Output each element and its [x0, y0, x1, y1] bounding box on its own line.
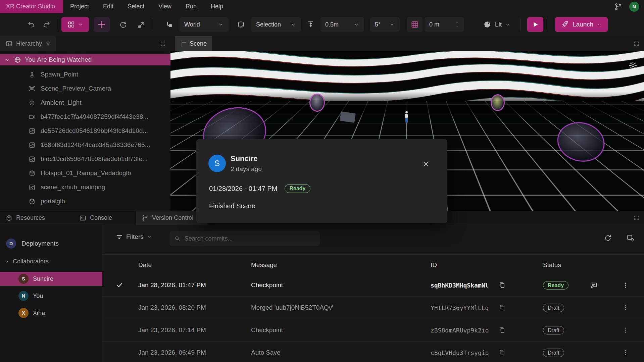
grid-icon — [410, 20, 419, 29]
portal-object-small[interactable] — [309, 94, 325, 112]
copy-icon[interactable] — [498, 281, 506, 289]
move-snap-value: 0.5m — [325, 21, 339, 28]
cube-icon — [28, 169, 36, 177]
commit-date: Jan 23, 2026, 08:20 PM — [138, 304, 206, 311]
current-check-icon — [116, 281, 123, 289]
expand-icon — [634, 41, 639, 47]
world-space-dropdown[interactable]: World — [180, 17, 229, 32]
menu-view[interactable]: View — [151, 0, 179, 13]
console-tab-label: Console — [90, 214, 112, 221]
comment-icon[interactable] — [590, 281, 598, 289]
commit-row[interactable]: Jan 23, 2026, 07:14 PM Checkpoint zBS8dm… — [102, 319, 644, 342]
grid-toggle-button[interactable] — [407, 17, 423, 32]
viewport-gear-icon[interactable] — [628, 61, 638, 70]
hierarchy-item[interactable]: bfdc19cd6596470c98fee3eb1df73fe... — [0, 152, 170, 166]
close-icon[interactable] — [45, 41, 51, 46]
copy-icon[interactable] — [498, 304, 506, 311]
commit-settings-icon[interactable] — [626, 234, 635, 242]
item-label: bfdc19cd6596470c98fee3eb1df73fe... — [41, 155, 148, 163]
hierarchy-item[interactable]: Spawn_Point — [0, 67, 170, 82]
redo-button[interactable] — [39, 17, 54, 32]
collaborator-name: Xiha — [33, 310, 45, 317]
search-commits-box[interactable] — [169, 231, 320, 246]
column-id: ID — [431, 261, 437, 269]
viewport-expand-button[interactable] — [634, 36, 644, 51]
tab-hierarchy[interactable]: Hierarchy — [0, 36, 56, 51]
expand-icon — [634, 215, 639, 221]
hierarchy-item[interactable]: portalglb — [0, 194, 170, 208]
status-badge: Draft — [543, 349, 564, 357]
commit-row[interactable]: Jan 23, 2026, 06:49 PM Auto Save cBqLVHd… — [102, 342, 644, 362]
launch-button[interactable]: Launch — [555, 17, 608, 32]
undo-button[interactable] — [23, 17, 39, 32]
menu-edit[interactable]: Edit — [96, 0, 120, 13]
layout-grid-button[interactable] — [61, 17, 89, 32]
menu-select[interactable]: Select — [120, 0, 151, 13]
shading-dropdown[interactable]: Lit — [480, 17, 513, 32]
hierarchy-item[interactable]: de55726dcd0546189bbf43fc84d10d... — [0, 124, 170, 138]
play-button[interactable] — [527, 17, 543, 32]
close-icon[interactable] — [422, 160, 430, 168]
hierarchy-item[interactable]: Ambient_Light — [0, 96, 170, 110]
move-snap-dropdown[interactable]: 0.5m — [320, 17, 364, 32]
kebab-menu-icon[interactable] — [622, 304, 629, 311]
tab-resources[interactable]: Resources — [0, 211, 50, 225]
status-badge: Draft — [543, 304, 564, 312]
hierarchy-item[interactable]: scene_xrhub_mainpng — [0, 180, 170, 194]
portal-object-small[interactable] — [491, 94, 505, 111]
collaborator-xiha[interactable]: X Xiha — [0, 306, 102, 320]
chevron-down-icon — [597, 22, 602, 27]
deployments-item[interactable]: D Deployments — [6, 239, 59, 249]
menu-project[interactable]: Project — [63, 0, 96, 13]
rounded-square-icon — [237, 20, 245, 29]
pivot-button[interactable] — [233, 17, 249, 32]
version-control-icon[interactable] — [614, 2, 623, 11]
collaborators-header[interactable]: Collaborators — [4, 258, 49, 265]
hierarchy-expand-button[interactable] — [160, 36, 170, 51]
hierarchy-item[interactable]: Hotspot_01_Rampa_Vedadoglb — [0, 166, 170, 180]
chevron-down-icon — [5, 57, 10, 63]
commit-datetime: 01/28/2026 - 01:47 PM — [209, 185, 277, 193]
kebab-menu-icon[interactable] — [622, 349, 629, 356]
scene-avatar-figure[interactable] — [405, 111, 408, 123]
scene-icon — [180, 41, 186, 47]
item-label: portalglb — [41, 198, 65, 205]
globe-icon — [14, 56, 21, 64]
collaborator-you[interactable]: N You — [0, 289, 102, 303]
stepper-arrows[interactable] — [455, 21, 459, 28]
kebab-menu-icon[interactable] — [622, 326, 629, 334]
selection-dropdown[interactable]: Selection — [251, 17, 301, 32]
hierarchy-item[interactable]: b477fee1c7fa494087259df4f443e38... — [0, 110, 170, 124]
vertical-snap-button[interactable] — [303, 17, 318, 32]
move-tool-button[interactable] — [94, 17, 110, 32]
tab-console[interactable]: Console — [74, 211, 117, 225]
menu-help[interactable]: Help — [204, 0, 230, 13]
copy-icon[interactable] — [498, 326, 506, 334]
floating-card-object[interactable] — [340, 111, 355, 123]
rotate-snap-dropdown[interactable]: 5° — [370, 17, 400, 32]
rotate-tool-button[interactable] — [115, 17, 131, 32]
scale-tool-button[interactable] — [134, 17, 149, 32]
filters-dropdown[interactable]: Filters — [116, 233, 152, 241]
hierarchy-item[interactable]: Scene_Preview_Camera — [0, 82, 170, 96]
refresh-icon[interactable] — [604, 234, 612, 242]
tab-scene[interactable]: Scene — [175, 36, 212, 51]
scene-tab-label: Scene — [190, 40, 207, 47]
menu-run[interactable]: Run — [179, 0, 204, 13]
grid-height-stepper[interactable]: 0 m — [425, 17, 464, 32]
column-message: Message — [251, 261, 277, 269]
copy-icon[interactable] — [498, 349, 506, 356]
collaborator-suncire[interactable]: S Suncire — [0, 272, 102, 286]
commit-row[interactable]: Jan 23, 2026, 08:20 PM Merged 'uub7j0NiB… — [102, 297, 644, 319]
commit-row[interactable]: Jan 28, 2026, 01:47 PM Checkpoint sqBhKD… — [102, 274, 644, 297]
item-label: 168bf63d124b44cab345a38336e765... — [41, 141, 150, 149]
kebab-menu-icon[interactable] — [622, 281, 629, 289]
move-icon — [97, 20, 106, 29]
hierarchy-root-item[interactable]: You Are Being Watched — [0, 54, 170, 65]
user-avatar[interactable]: N — [629, 2, 639, 12]
collaborator-avatar: X — [18, 308, 29, 318]
hierarchy-item[interactable]: 168bf63d124b44cab345a38336e765... — [0, 138, 170, 152]
bottom-panel-expand-button[interactable] — [634, 211, 644, 225]
transform-space-button[interactable] — [161, 17, 177, 32]
search-commits-input[interactable] — [185, 235, 315, 242]
